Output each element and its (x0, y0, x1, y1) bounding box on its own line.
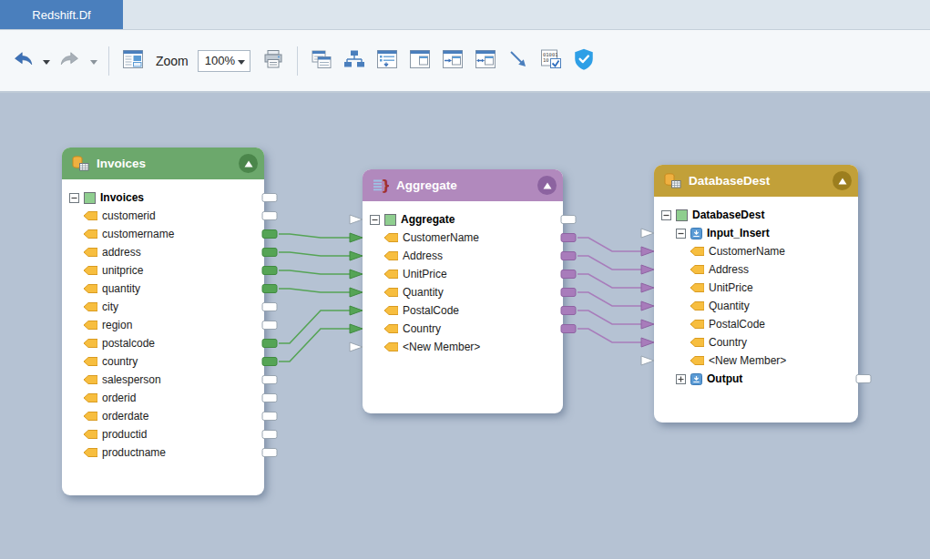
output-port[interactable] (561, 234, 576, 242)
zoom-level-select[interactable]: 100% (198, 50, 250, 72)
output-port[interactable] (262, 376, 277, 384)
node-invoices[interactable]: InvoicesInvoicescustomeridcustomernamead… (62, 148, 264, 495)
redo-button[interactable] (55, 46, 86, 76)
field-row[interactable]: Address (363, 247, 563, 265)
undo-history-button[interactable] (40, 46, 53, 76)
redo-history-button[interactable] (87, 46, 100, 76)
output-port[interactable] (262, 358, 277, 366)
collapse-node-button[interactable] (833, 171, 852, 190)
input-port[interactable] (641, 301, 654, 311)
tree-node-row[interactable]: Input_Insert (654, 224, 858, 242)
field-row[interactable]: Address (654, 260, 858, 279)
field-row[interactable]: Quantity (363, 283, 563, 301)
field-row[interactable]: Country (363, 320, 563, 338)
field-row[interactable]: orderdate (62, 407, 264, 425)
input-port[interactable] (350, 288, 363, 297)
field-row[interactable]: salesperson (62, 371, 264, 389)
arrow-into-window-button[interactable] (437, 46, 468, 76)
node-header-databasedest[interactable]: DatabaseDest (654, 165, 858, 197)
field-row[interactable]: UnitPrice (654, 279, 858, 297)
node-header-invoices[interactable]: Invoices (62, 148, 264, 179)
field-row[interactable]: <New Member> (654, 351, 858, 370)
connection-line[interactable] (279, 270, 350, 274)
output-port[interactable] (856, 375, 871, 383)
output-port[interactable] (561, 307, 576, 315)
node-databasedest[interactable]: DatabaseDestDatabaseDestInput_InsertCust… (654, 165, 858, 423)
collapse-window-button[interactable] (404, 46, 435, 76)
output-port[interactable] (262, 340, 277, 348)
draw-link-button[interactable] (503, 46, 534, 76)
collapse-node-button[interactable] (537, 176, 557, 195)
collapse-node-button[interactable] (239, 154, 258, 173)
output-port[interactable] (561, 216, 576, 224)
undo-button[interactable] (7, 46, 38, 76)
input-port[interactable] (350, 270, 363, 279)
output-port[interactable] (262, 412, 277, 421)
field-row[interactable]: city (62, 298, 264, 316)
field-row[interactable]: CustomerName (363, 229, 563, 247)
field-row[interactable]: CustomerName (654, 242, 858, 260)
field-row[interactable]: Quantity (654, 297, 858, 315)
node-aggregate[interactable]: }AggregateAggregateCustomerNameAddressUn… (363, 169, 563, 413)
tree-node-row[interactable]: DatabaseDest (654, 206, 858, 224)
tree-node-row[interactable]: Output (654, 370, 858, 388)
input-port[interactable] (641, 338, 654, 347)
output-port[interactable] (262, 303, 277, 311)
node-header-aggregate[interactable]: }Aggregate (363, 169, 563, 201)
input-port[interactable] (641, 320, 654, 329)
connection-line[interactable] (577, 274, 641, 288)
double-arrow-into-window-button[interactable] (470, 46, 501, 76)
field-row[interactable]: productid (62, 425, 264, 443)
input-port[interactable] (641, 265, 654, 274)
expand-all-button[interactable] (372, 46, 403, 76)
tree-layout-button[interactable] (339, 46, 370, 76)
output-port[interactable] (561, 252, 576, 260)
output-port[interactable] (262, 321, 277, 330)
verify-data-button[interactable]: 0100110 (536, 46, 567, 76)
connection-line[interactable] (577, 311, 641, 324)
tree-node-row[interactable]: Aggregate (363, 210, 563, 229)
print-button[interactable] (258, 46, 289, 76)
field-row[interactable]: unitprice (62, 261, 264, 280)
input-port[interactable] (350, 342, 363, 351)
input-port[interactable] (350, 215, 363, 224)
field-row[interactable]: Country (654, 333, 858, 351)
connection-line[interactable] (577, 292, 641, 306)
input-port[interactable] (350, 251, 363, 260)
field-row[interactable]: address (62, 243, 264, 261)
output-port[interactable] (262, 285, 277, 293)
field-row[interactable]: country (62, 352, 264, 371)
overlap-windows-button[interactable] (306, 46, 337, 76)
field-row[interactable]: PostalCode (654, 315, 858, 333)
field-row[interactable]: UnitPrice (363, 265, 563, 283)
output-port[interactable] (561, 289, 576, 297)
tree-node-row[interactable]: Invoices (62, 188, 264, 207)
input-port[interactable] (641, 229, 654, 238)
field-row[interactable]: productname (62, 443, 264, 462)
connection-line[interactable] (279, 329, 350, 361)
field-row[interactable]: region (62, 316, 264, 334)
field-row[interactable]: PostalCode (363, 301, 563, 320)
connection-line[interactable] (577, 238, 641, 251)
output-port[interactable] (262, 449, 277, 457)
field-row[interactable]: customerid (62, 207, 264, 225)
output-port[interactable] (262, 394, 277, 402)
collapse-expander-icon[interactable] (676, 229, 686, 239)
field-row[interactable]: quantity (62, 280, 264, 298)
collapse-expander-icon[interactable] (69, 193, 79, 203)
collapse-expander-icon[interactable] (370, 215, 380, 225)
connection-line[interactable] (279, 311, 350, 343)
connection-line[interactable] (279, 252, 350, 256)
output-port[interactable] (262, 267, 277, 275)
input-port[interactable] (641, 283, 654, 292)
field-row[interactable]: customername (62, 225, 264, 243)
field-row[interactable]: postalcode (62, 334, 264, 352)
output-port[interactable] (262, 249, 277, 257)
output-port[interactable] (561, 325, 576, 333)
input-port[interactable] (350, 306, 363, 315)
connection-line[interactable] (279, 289, 350, 292)
input-port[interactable] (350, 324, 363, 333)
input-port[interactable] (641, 356, 654, 365)
connection-line[interactable] (279, 234, 350, 238)
collapse-expander-icon[interactable] (661, 210, 671, 220)
